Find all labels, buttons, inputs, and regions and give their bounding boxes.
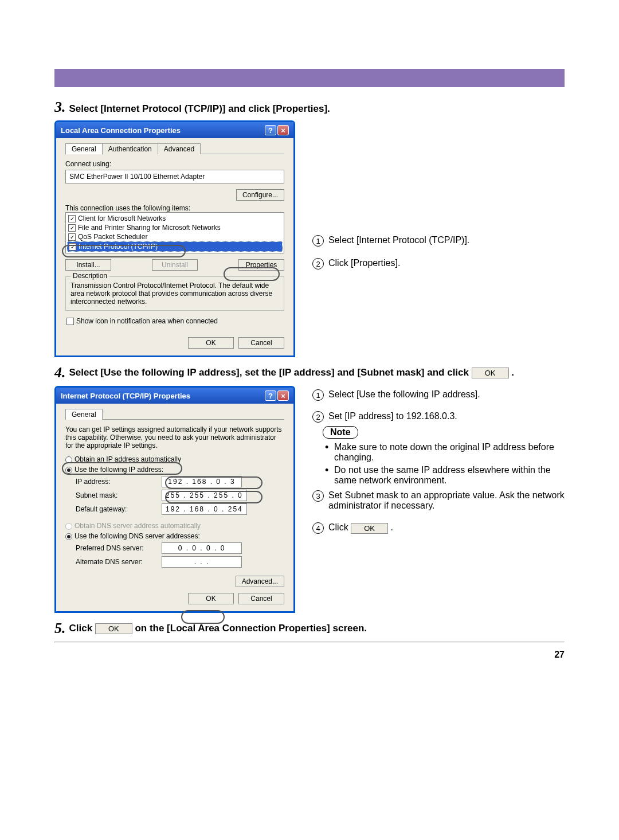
checkbox-icon[interactable]: ✓	[68, 215, 76, 222]
checkbox-icon[interactable]: ✓	[68, 224, 76, 232]
tcpip-properties-dialog: Internet Protocol (TCP/IP) Properties ? …	[54, 386, 295, 613]
radio-use-dns-label: Use the following DNS server addresses:	[75, 532, 200, 540]
ok-button[interactable]: OK	[188, 337, 234, 349]
gateway-label: Default gateway:	[76, 505, 162, 513]
step-5-text-b: on the [Local Area Connection Properties…	[135, 623, 367, 634]
list-item-label: QoS Packet Scheduler	[78, 233, 147, 241]
connect-using-label: Connect using:	[65, 160, 284, 168]
checkbox-icon[interactable]	[66, 318, 74, 325]
step-5-text-a: Click	[69, 623, 93, 634]
description-legend: Description	[70, 272, 109, 280]
step3-annotations: 1 Select [Internet Protocol (TCP/IP)]. 2…	[312, 120, 565, 273]
configure-button[interactable]: Configure...	[236, 189, 284, 201]
show-icon-label: Show icon in notification area when conn…	[76, 317, 218, 325]
preferred-dns-field[interactable]: 0 . 0 . 0 . 0	[162, 542, 242, 554]
description-text: Transmission Control Protocol/Internet P…	[70, 282, 279, 306]
callout-text-4a: Click	[328, 522, 348, 532]
callout-number-2: 2	[312, 258, 324, 269]
callout-text-2: Click [Properties].	[328, 258, 400, 268]
adapter-field: SMC EtherPower II 10/100 Ethernet Adapte…	[65, 170, 284, 183]
callout-oval-ip	[165, 476, 263, 489]
ok-button-inline: OK	[95, 623, 132, 634]
callout-oval-subnet	[165, 491, 263, 503]
gateway-field[interactable]: 192 . 168 . 0 . 254	[162, 503, 247, 515]
tab-advanced[interactable]: Advanced	[158, 143, 201, 154]
help-button[interactable]: ?	[265, 390, 276, 401]
callout-number-2: 2	[312, 411, 324, 423]
footer-rule	[54, 642, 565, 643]
subnet-label: Subnet mask:	[76, 491, 162, 499]
step-4-text-a: Select [Use the following IP address], s…	[69, 367, 469, 378]
note-bullets: Make sure to note down the original IP a…	[323, 442, 565, 486]
radio-use-dns-row[interactable]: Use the following DNS server addresses:	[65, 532, 284, 540]
help-button[interactable]: ?	[265, 125, 276, 135]
step-4: 4. Select [Use the following IP address]…	[54, 364, 565, 381]
callout-oval-useip	[62, 462, 182, 475]
cancel-button[interactable]: Cancel	[238, 593, 284, 604]
description-group: Description Transmission Control Protoco…	[65, 276, 284, 311]
alternate-dns-field[interactable]: . . .	[162, 556, 242, 568]
callout-text-1: Select [Internet Protocol (TCP/IP)].	[328, 235, 469, 245]
list-item-label: File and Printer Sharing for Microsoft N…	[78, 224, 221, 232]
section-header-bar	[54, 69, 565, 87]
show-icon-row[interactable]: Show icon in notification area when conn…	[65, 317, 284, 326]
dialog-title: Local Area Connection Properties	[61, 126, 181, 135]
radio-obtain-dns-row: Obtain DNS server address automatically	[65, 522, 284, 530]
ip-address-label: IP address:	[76, 478, 162, 486]
close-button[interactable]: ×	[277, 390, 289, 401]
tab-general[interactable]: General	[65, 143, 103, 154]
step-3-text: Select [Internet Protocol (TCP/IP)] and …	[69, 103, 565, 115]
callout-text-4b: .	[390, 522, 393, 532]
note-label: Note	[323, 426, 358, 439]
preferred-dns-label: Preferred DNS server:	[76, 544, 162, 552]
dialog-title: Internet Protocol (TCP/IP) Properties	[61, 392, 190, 400]
alternate-dns-label: Alternate DNS server:	[76, 558, 162, 566]
callout-text-1: Select [Use the following IP address].	[328, 389, 480, 400]
step-4-text-b: .	[511, 367, 514, 378]
close-button[interactable]: ×	[277, 125, 289, 135]
cancel-button[interactable]: Cancel	[238, 337, 284, 349]
callout-number-3: 3	[312, 490, 324, 502]
tab-authentication[interactable]: Authentication	[102, 143, 158, 154]
step-3: 3. Select [Internet Protocol (TCP/IP)] a…	[54, 99, 565, 116]
checkbox-icon[interactable]: ✓	[68, 233, 76, 241]
items-label: This connection uses the following items…	[65, 204, 284, 212]
uninstall-button[interactable]: Uninstall	[152, 259, 198, 271]
callout-oval-ok	[181, 610, 225, 624]
step-4-number: 4.	[54, 364, 66, 381]
dialog-titlebar: Local Area Connection Properties ? ×	[56, 122, 293, 138]
step-5-number: 5.	[54, 620, 66, 637]
ok-button-inline: OK	[472, 368, 509, 378]
intro-text: You can get IP settings assigned automat…	[65, 425, 284, 450]
tab-strip: General Authentication Advanced	[65, 143, 284, 154]
lan-properties-dialog: Local Area Connection Properties ? × Gen…	[54, 120, 295, 357]
radio-obtain-dns-label: Obtain DNS server address automatically	[75, 522, 201, 530]
step-5: 5. Click OK on the [Local Area Connectio…	[54, 620, 565, 637]
advanced-button[interactable]: Advanced...	[236, 576, 284, 587]
list-item[interactable]: ✓ Client for Microsoft Networks	[67, 214, 283, 223]
step-3-number: 3.	[54, 99, 66, 116]
tab-general[interactable]: General	[65, 409, 103, 420]
callout-oval-2	[224, 267, 280, 281]
callout-number-1: 1	[312, 235, 324, 247]
note-bullet-1: Make sure to note down the original IP a…	[325, 442, 565, 463]
callout-text-3: Set Subnet mask to an appropriate value.…	[328, 490, 565, 511]
page-number: 27	[54, 650, 565, 660]
ok-button-inline: OK	[351, 523, 388, 534]
install-button[interactable]: Install...	[65, 259, 111, 271]
list-item-label: Client for Microsoft Networks	[78, 214, 166, 222]
callout-number-1: 1	[312, 389, 324, 401]
ok-button[interactable]: OK	[188, 593, 234, 604]
step4-annotations: 1 Select [Use the following IP address].…	[312, 386, 565, 537]
callout-number-4: 4	[312, 522, 324, 534]
callout-oval-1	[62, 245, 186, 257]
note-bullet-2: Do not use the same IP address elsewhere…	[325, 465, 565, 486]
list-item[interactable]: ✓ QoS Packet Scheduler	[67, 232, 283, 241]
list-item[interactable]: ✓ File and Printer Sharing for Microsoft…	[67, 223, 283, 232]
callout-text-2: Set [IP address] to 192.168.0.3.	[328, 411, 457, 421]
dialog-titlebar: Internet Protocol (TCP/IP) Properties ? …	[56, 388, 293, 404]
